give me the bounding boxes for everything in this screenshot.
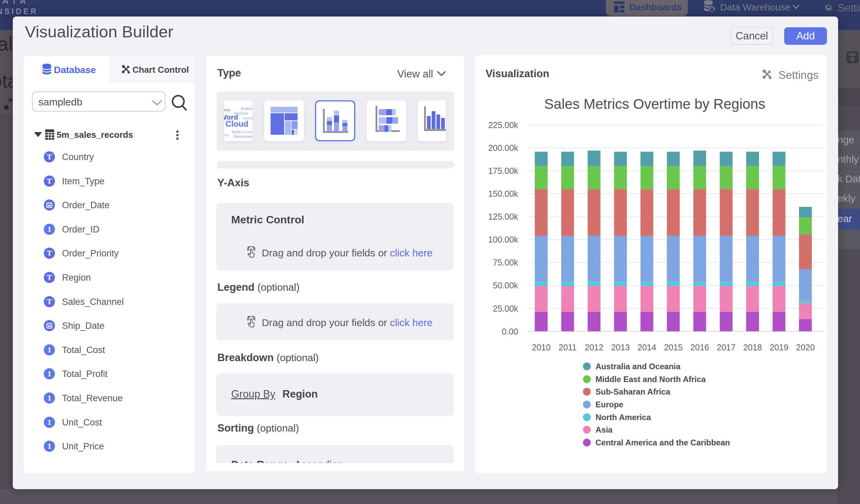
svg-text:2016: 2016 xyxy=(690,343,710,352)
svg-text:2018: 2018 xyxy=(743,343,762,352)
svg-text:225.00k: 225.00k xyxy=(488,120,518,130)
svg-text:2014: 2014 xyxy=(637,343,657,352)
svg-text:2015: 2015 xyxy=(664,343,683,352)
svg-text:2010: 2010 xyxy=(532,343,551,352)
svg-text:2020: 2020 xyxy=(796,343,815,352)
svg-text:2013: 2013 xyxy=(611,343,630,352)
svg-text:50.00k: 50.00k xyxy=(493,280,519,290)
svg-text:150.00k: 150.00k xyxy=(488,189,518,199)
svg-text:2011: 2011 xyxy=(559,343,577,352)
svg-text:100.00k: 100.00k xyxy=(488,235,518,244)
svg-text:2012: 2012 xyxy=(585,343,604,352)
svg-text:125.00k: 125.00k xyxy=(488,212,518,221)
svg-text:0.00: 0.00 xyxy=(502,327,518,336)
svg-text:25.00k: 25.00k xyxy=(493,304,519,313)
svg-text:2017: 2017 xyxy=(717,343,736,352)
svg-text:2019: 2019 xyxy=(770,343,789,352)
svg-text:175.00k: 175.00k xyxy=(488,166,518,175)
svg-text:200.00k: 200.00k xyxy=(488,143,518,153)
svg-text:75.00k: 75.00k xyxy=(493,258,519,267)
